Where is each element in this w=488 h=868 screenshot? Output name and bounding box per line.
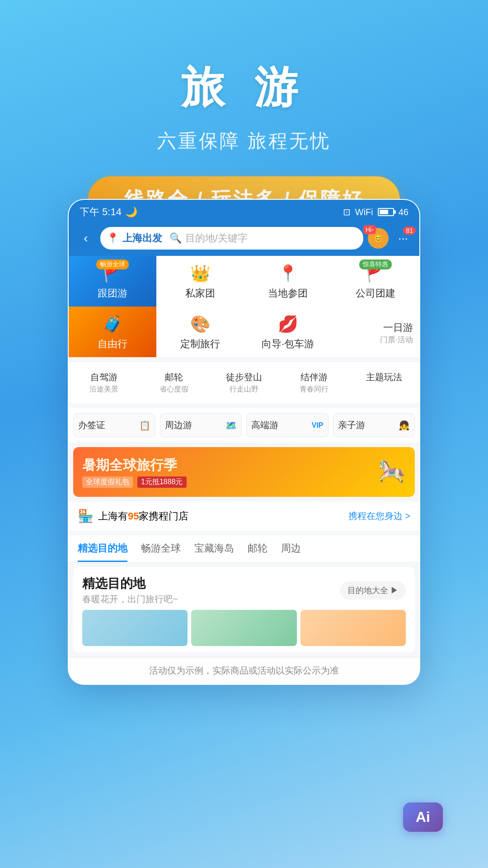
custom-tour-icon: 🎨 [190, 315, 211, 334]
store-link[interactable]: 携程在您身边 > [348, 510, 410, 522]
tag-nearby[interactable]: 周边游 🗺️ [160, 413, 242, 437]
tag-visa[interactable]: 办签证 📋 [73, 413, 155, 437]
sub-menu: 自驾游 沿途美景 邮轮 省心度假 徒步登山 行走山野 结伴游 青春同行 主题玩法 [69, 362, 419, 403]
hero-subtitle: 六重保障 旅程无忧 [0, 128, 488, 154]
dest-card-title: 精选目的地 [82, 575, 178, 592]
menu-item-guide-tour[interactable]: 💋 向导·包车游 [244, 307, 332, 357]
hero-title: 旅 游 [0, 59, 488, 118]
notification-count: 81 [403, 226, 416, 235]
family-icon: 👧 [399, 420, 410, 431]
sub-menu-self-drive[interactable]: 自驾游 沿途美景 [69, 368, 139, 397]
nearby-label: 周边游 [165, 419, 192, 431]
local-tour-label: 当地参团 [268, 287, 308, 300]
battery-level: 46 [399, 207, 408, 217]
private-tour-icon: 👑 [190, 264, 211, 283]
store-count: 95 [128, 510, 139, 522]
dest-image-2 [191, 610, 296, 646]
tab-cruise[interactable]: 邮轮 [248, 542, 267, 562]
promo-sub2: 1元抵1888元 [137, 476, 187, 488]
group-tour-label: 跟团游 [98, 287, 127, 300]
more-button[interactable]: ··· 81 [394, 229, 412, 247]
nearby-icon: 🗺️ [225, 420, 237, 431]
status-bar: 下午 5:14 🌙 ⊡ WiFi 46 [69, 200, 419, 222]
dest-images [82, 610, 406, 646]
tab-nearby[interactable]: 周边 [281, 542, 301, 562]
hi-badge: Hi- [363, 225, 376, 234]
cruise-sub: 省心度假 [160, 385, 188, 394]
menu-grid: 畅游全球 🚩 跟团游 👑 私家团 📍 当地参团 惊喜特惠 🚩 公司团建 🧳 自由… [69, 256, 419, 357]
tabs-row: 精选目的地 畅游全球 宝藏海岛 邮轮 周边 [69, 535, 419, 562]
sub-menu-companion[interactable]: 结伴游 青春同行 [279, 368, 349, 397]
local-tour-icon: 📍 [278, 264, 298, 283]
company-tour-badge: 惊喜特惠 [359, 259, 392, 269]
theme-label: 主题玩法 [366, 371, 402, 383]
time-display: 下午 5:14 [80, 205, 122, 219]
self-drive-sub: 沿途美景 [89, 385, 118, 394]
visa-label: 办签证 [78, 419, 105, 431]
dest-card: 精选目的地 春暖花开，出门旅行吧~ 目的地大全 ▶ [73, 567, 415, 652]
company-tour-label: 公司团建 [356, 287, 395, 300]
promo-image-banner[interactable]: 暑期全球旅行季 全球度假礼包 1元抵1888元 🎠 [73, 447, 415, 497]
menu-item-custom-tour[interactable]: 🎨 定制旅行 [156, 307, 244, 357]
search-input[interactable]: 目的地/关键字 [185, 231, 248, 245]
menu-item-group-tour[interactable]: 畅游全球 🚩 跟团游 [69, 256, 156, 307]
companion-label: 结伴游 [300, 371, 328, 383]
main-content: 畅游全球 🚩 跟团游 👑 私家团 📍 当地参团 惊喜特惠 🚩 公司团建 🧳 自由… [69, 256, 419, 684]
luxury-icon: VIP [312, 421, 324, 429]
cruise-label: 邮轮 [165, 371, 183, 383]
promo-sub1: 全球度假礼包 [82, 476, 133, 488]
tab-selected-dest[interactable]: 精选目的地 [78, 542, 127, 562]
visa-icon: 📋 [139, 420, 150, 431]
tab-global[interactable]: 畅游全球 [141, 542, 181, 562]
hiking-sub: 行走山野 [230, 385, 258, 394]
tag-luxury[interactable]: 高端游 VIP [246, 413, 328, 437]
user-avatar[interactable]: Hi- 😊 [368, 228, 389, 249]
companion-sub: 青春同行 [300, 385, 328, 394]
family-label: 亲子游 [338, 419, 365, 431]
moon-icon: 🌙 [125, 206, 137, 218]
private-tour-label: 私家团 [185, 287, 215, 300]
menu-item-private-tour[interactable]: 👑 私家团 [156, 256, 244, 307]
day-tour-label: 一日游 [380, 321, 413, 335]
nav-actions: Hi- 😊 ··· 81 [368, 228, 412, 249]
search-bar[interactable]: 📍 上海出发 🔍 目的地/关键字 [100, 227, 363, 250]
hiking-label: 徒步登山 [226, 371, 262, 383]
dest-card-sub: 春暖花开，出门旅行吧~ [82, 593, 178, 605]
tab-island[interactable]: 宝藏海岛 [194, 542, 234, 562]
nav-bar: ‹ 📍 上海出发 🔍 目的地/关键字 Hi- 😊 ··· 81 [69, 222, 419, 256]
wifi-icon: WiFi [355, 207, 373, 217]
menu-item-day-tour[interactable]: 一日游 门票·活动 [332, 307, 419, 357]
tag-row: 办签证 📋 周边游 🗺️ 高端游 VIP 亲子游 👧 [69, 408, 419, 443]
ai-badge[interactable]: Ai [403, 802, 443, 832]
menu-item-free-tour[interactable]: 🧳 自由行 [69, 307, 156, 357]
free-tour-icon: 🧳 [103, 315, 123, 334]
phone-mockup: 下午 5:14 🌙 ⊡ WiFi 46 ‹ 📍 上海出发 🔍 目的地/关键字 H… [68, 199, 420, 685]
disclaimer: 活动仅为示例，实际商品或活动以实际公示为准 [69, 657, 419, 684]
promo-title: 暑期全球旅行季 [82, 456, 187, 475]
guide-tour-icon: 💋 [278, 315, 298, 334]
menu-item-local-tour[interactable]: 📍 当地参团 [244, 256, 332, 307]
location-icon: 📍 [107, 232, 119, 244]
tag-family[interactable]: 亲子游 👧 [333, 413, 415, 437]
custom-tour-label: 定制旅行 [180, 337, 220, 351]
store-icon: 🏪 [78, 509, 94, 524]
free-tour-label: 自由行 [98, 337, 127, 351]
guide-tour-label: 向导·包车游 [262, 337, 314, 351]
luxury-label: 高端游 [251, 419, 278, 431]
departure-city[interactable]: 上海出发 [122, 231, 162, 245]
battery-icon [378, 208, 394, 216]
self-drive-label: 自驾游 [90, 371, 117, 383]
avatar-icon: 😊 [374, 234, 383, 243]
menu-item-company-tour[interactable]: 惊喜特惠 🚩 公司团建 [332, 256, 419, 307]
sub-menu-cruise[interactable]: 邮轮 省心度假 [139, 368, 209, 397]
back-button[interactable]: ‹ [76, 228, 96, 248]
sub-menu-hiking[interactable]: 徒步登山 行走山野 [209, 368, 279, 397]
dest-image-3 [300, 610, 406, 646]
dest-card-btn[interactable]: 目的地大全 ▶ [340, 581, 406, 599]
store-text: 上海有95家携程门店 [98, 509, 188, 523]
screen-icon: ⊡ [343, 207, 351, 217]
sub-menu-theme[interactable]: 主题玩法 [349, 368, 419, 397]
store-info: 🏪 上海有95家携程门店 携程在您身边 > [69, 501, 419, 531]
dest-image-1 [82, 610, 188, 646]
search-icon: 🔍 [169, 232, 182, 244]
